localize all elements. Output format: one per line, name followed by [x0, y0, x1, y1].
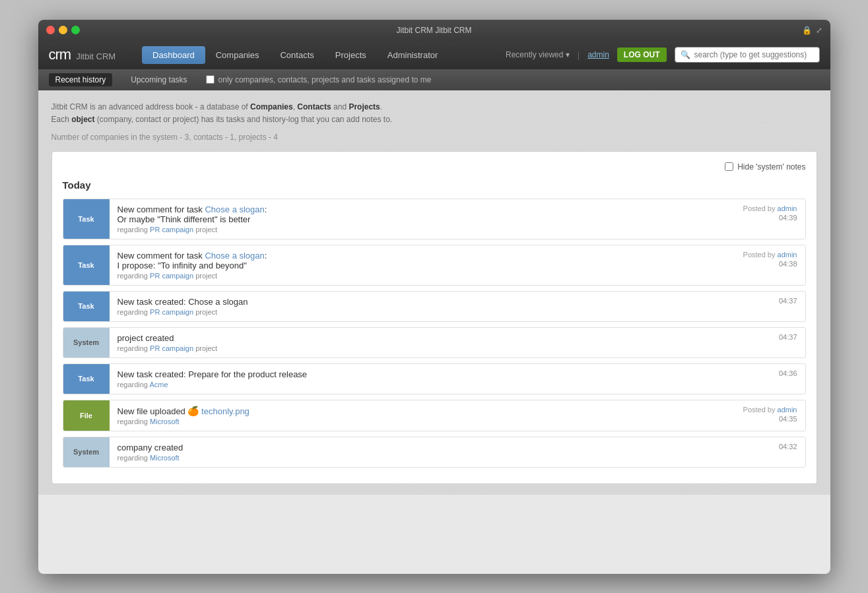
- item-meta: 04:32: [771, 437, 805, 467]
- recently-viewed-dropdown[interactable]: Recently viewed ▾: [506, 50, 570, 59]
- item-meta: 04:37: [771, 328, 805, 358]
- top-nav-right: Recently viewed ▾ | admin LOG OUT 🔍: [506, 47, 819, 63]
- item-line2: I propose: "To infinity and beyond": [117, 261, 247, 270]
- item-main: project created: [117, 333, 763, 343]
- section-title-today: Today: [63, 179, 806, 191]
- history-item: Task New task created: Prepare for the p…: [63, 363, 806, 394]
- regarding-label: regarding: [117, 226, 150, 234]
- item-text: New task created: Prepare for the produc…: [117, 369, 308, 379]
- search-bar: 🔍: [675, 47, 820, 63]
- item-text: project created: [117, 333, 174, 343]
- company-link[interactable]: Microsoft: [150, 418, 180, 425]
- task-link[interactable]: Chose a slogan: [205, 204, 264, 214]
- badge-task: Task: [63, 199, 110, 239]
- item-content: New file uploaded 🍊 techonly.png regardi…: [110, 400, 735, 431]
- nav-administrator[interactable]: Administrator: [377, 46, 449, 64]
- badge-task: Task: [63, 292, 110, 321]
- user-link[interactable]: admin: [778, 251, 797, 259]
- item-main: company created: [117, 443, 763, 453]
- item-time: 04:38: [779, 260, 797, 268]
- minimize-button[interactable]: [59, 26, 67, 34]
- nav-companies[interactable]: Companies: [205, 46, 270, 64]
- history-panel: Hide 'system' notes Today Task New comme…: [51, 151, 817, 484]
- company-link[interactable]: Acme: [149, 381, 168, 389]
- project-link[interactable]: PR campaign: [150, 226, 193, 234]
- project-link[interactable]: PR campaign: [150, 308, 193, 316]
- item-sub: regarding PR campaign project: [117, 226, 727, 234]
- sub-nav-upcoming-tasks[interactable]: Upcoming tasks: [125, 73, 192, 86]
- item-meta: 04:37: [771, 292, 805, 321]
- item-line2: Or maybe "Think different" is better: [117, 214, 251, 224]
- task-link[interactable]: Chose a slogan: [205, 251, 264, 261]
- item-time: 04:32: [779, 443, 797, 451]
- title-bar: Jitbit CRM Jitbit CRM 🔒 ⤢: [38, 20, 830, 41]
- item-sub: regarding PR campaign project: [117, 272, 727, 280]
- history-item: Task New task created: Chose a slogan re…: [63, 291, 806, 322]
- sub-nav-recent-history[interactable]: Recent history: [49, 73, 113, 86]
- posted-by: Posted by admin: [743, 204, 797, 212]
- item-text: New comment for task: [117, 204, 205, 214]
- item-meta: Posted by admin 04:35: [735, 400, 805, 431]
- intro-line1: Jitbit CRM is an advanced address book -…: [51, 102, 383, 111]
- item-main: New file uploaded 🍊 techonly.png: [117, 406, 727, 416]
- item-sub: regarding PR campaign project: [117, 308, 763, 316]
- history-item: File New file uploaded 🍊 techonly.png re…: [63, 400, 806, 431]
- item-text: New file uploaded: [117, 406, 188, 416]
- file-emoji: 🍊: [187, 406, 199, 416]
- item-content: New comment for task Chose a slogan: Or …: [110, 199, 735, 239]
- regarding-label: regarding: [117, 418, 150, 425]
- badge-task: Task: [63, 245, 110, 285]
- project-suffix: project: [193, 226, 217, 234]
- top-nav: crm Jitbit CRM Dashboard Companies Conta…: [38, 41, 830, 69]
- logout-button[interactable]: LOG OUT: [617, 47, 667, 62]
- app-name: Jitbit CRM: [76, 51, 116, 61]
- filter-area: only companies, contacts, projects and t…: [206, 75, 432, 84]
- file-link[interactable]: techonly.png: [201, 406, 250, 416]
- search-input[interactable]: [694, 50, 814, 59]
- history-item: System company created regarding Microso…: [63, 437, 806, 468]
- item-time: 04:37: [779, 333, 797, 341]
- company-link[interactable]: Microsoft: [150, 454, 180, 462]
- regarding-label: regarding: [117, 344, 150, 352]
- posted-by: Posted by admin: [743, 406, 797, 414]
- item-meta: Posted by admin 04:39: [735, 199, 805, 239]
- item-suffix: :: [265, 204, 267, 214]
- close-button[interactable]: [46, 26, 55, 34]
- history-item: Task New comment for task Chose a slogan…: [63, 199, 806, 239]
- title-bar-right: 🔒 ⤢: [802, 26, 822, 35]
- item-sub: regarding Acme: [117, 381, 763, 389]
- project-link[interactable]: PR campaign: [150, 344, 193, 352]
- regarding-label: regarding: [117, 272, 150, 280]
- nav-projects[interactable]: Projects: [325, 46, 377, 64]
- hide-system-notes-checkbox[interactable]: [725, 162, 733, 171]
- project-link[interactable]: PR campaign: [150, 272, 193, 280]
- regarding-label: regarding: [117, 454, 150, 462]
- main-content: Jitbit CRM is an advanced address book -…: [38, 90, 830, 495]
- window-controls: [46, 26, 80, 34]
- item-sub: regarding Microsoft: [117, 454, 763, 462]
- chevron-down-icon: ▾: [566, 50, 570, 59]
- main-window: Jitbit CRM Jitbit CRM 🔒 ⤢ crm Jitbit CRM…: [38, 20, 830, 574]
- user-link[interactable]: admin: [778, 204, 797, 212]
- project-suffix: project: [193, 272, 217, 280]
- badge-file: File: [63, 400, 110, 431]
- item-main: New comment for task Chose a slogan: I p…: [117, 251, 727, 270]
- posted-by: Posted by admin: [743, 251, 797, 259]
- nav-contacts[interactable]: Contacts: [269, 46, 324, 64]
- search-icon: 🔍: [681, 50, 690, 59]
- maximize-button[interactable]: [71, 26, 80, 34]
- intro-text: Jitbit CRM is an advanced address book -…: [51, 101, 817, 126]
- window-title: Jitbit CRM Jitbit CRM: [396, 26, 471, 35]
- pipe-separator: |: [578, 50, 580, 60]
- project-suffix: project: [193, 308, 217, 316]
- admin-link[interactable]: admin: [587, 50, 609, 59]
- item-content: New comment for task Chose a slogan: I p…: [110, 245, 735, 285]
- hide-system-notes-area: Hide 'system' notes: [63, 162, 806, 172]
- item-meta: Posted by admin 04:38: [735, 245, 805, 285]
- item-sub: regarding PR campaign project: [117, 344, 763, 352]
- nav-dashboard[interactable]: Dashboard: [142, 46, 205, 64]
- assigned-to-me-checkbox[interactable]: [206, 75, 215, 84]
- regarding-label: regarding: [117, 381, 150, 389]
- user-link[interactable]: admin: [778, 406, 797, 414]
- lock-icon: 🔒: [802, 26, 812, 35]
